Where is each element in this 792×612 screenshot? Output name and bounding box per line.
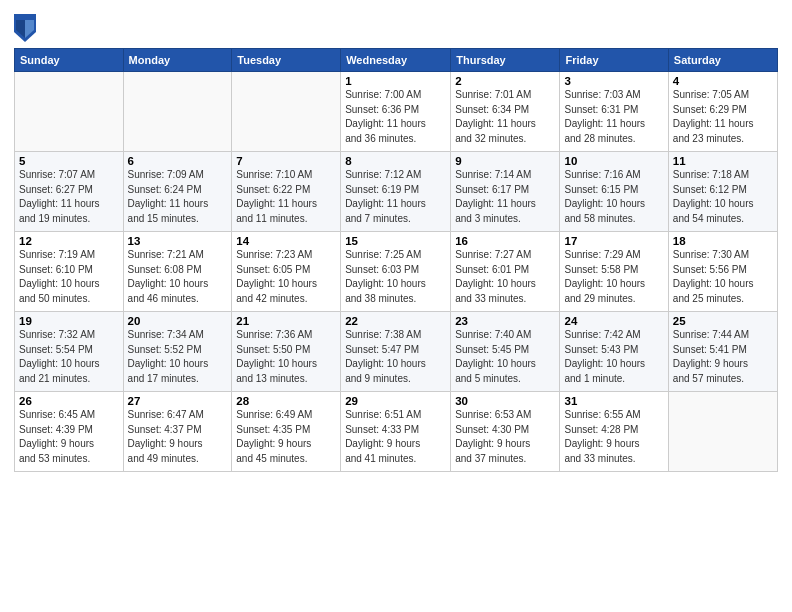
day-info: Sunrise: 7:32 AM Sunset: 5:54 PM Dayligh… (19, 328, 119, 386)
day-info: Sunrise: 7:10 AM Sunset: 6:22 PM Dayligh… (236, 168, 336, 226)
day-info: Sunrise: 6:47 AM Sunset: 4:37 PM Dayligh… (128, 408, 228, 466)
day-info: Sunrise: 7:00 AM Sunset: 6:36 PM Dayligh… (345, 88, 446, 146)
day-number: 31 (564, 395, 663, 407)
calendar-cell (15, 72, 124, 152)
calendar-cell (232, 72, 341, 152)
calendar-cell: 28Sunrise: 6:49 AM Sunset: 4:35 PM Dayli… (232, 392, 341, 472)
day-info: Sunrise: 7:27 AM Sunset: 6:01 PM Dayligh… (455, 248, 555, 306)
calendar-cell: 26Sunrise: 6:45 AM Sunset: 4:39 PM Dayli… (15, 392, 124, 472)
logo (14, 14, 38, 42)
day-number: 4 (673, 75, 773, 87)
calendar-cell: 24Sunrise: 7:42 AM Sunset: 5:43 PM Dayli… (560, 312, 668, 392)
day-info: Sunrise: 7:19 AM Sunset: 6:10 PM Dayligh… (19, 248, 119, 306)
logo-icon (14, 14, 36, 42)
weekday-header-thursday: Thursday (451, 49, 560, 72)
day-number: 15 (345, 235, 446, 247)
calendar-cell: 15Sunrise: 7:25 AM Sunset: 6:03 PM Dayli… (341, 232, 451, 312)
header (14, 10, 778, 42)
calendar-cell: 17Sunrise: 7:29 AM Sunset: 5:58 PM Dayli… (560, 232, 668, 312)
day-info: Sunrise: 7:18 AM Sunset: 6:12 PM Dayligh… (673, 168, 773, 226)
day-info: Sunrise: 6:53 AM Sunset: 4:30 PM Dayligh… (455, 408, 555, 466)
day-number: 28 (236, 395, 336, 407)
calendar-week-3: 12Sunrise: 7:19 AM Sunset: 6:10 PM Dayli… (15, 232, 778, 312)
calendar-cell: 23Sunrise: 7:40 AM Sunset: 5:45 PM Dayli… (451, 312, 560, 392)
calendar-cell: 29Sunrise: 6:51 AM Sunset: 4:33 PM Dayli… (341, 392, 451, 472)
calendar-cell: 8Sunrise: 7:12 AM Sunset: 6:19 PM Daylig… (341, 152, 451, 232)
day-number: 29 (345, 395, 446, 407)
day-info: Sunrise: 7:34 AM Sunset: 5:52 PM Dayligh… (128, 328, 228, 386)
day-info: Sunrise: 7:23 AM Sunset: 6:05 PM Dayligh… (236, 248, 336, 306)
day-number: 9 (455, 155, 555, 167)
day-info: Sunrise: 7:42 AM Sunset: 5:43 PM Dayligh… (564, 328, 663, 386)
day-number: 30 (455, 395, 555, 407)
calendar-header-row: SundayMondayTuesdayWednesdayThursdayFrid… (15, 49, 778, 72)
day-number: 2 (455, 75, 555, 87)
calendar-cell: 22Sunrise: 7:38 AM Sunset: 5:47 PM Dayli… (341, 312, 451, 392)
day-info: Sunrise: 6:49 AM Sunset: 4:35 PM Dayligh… (236, 408, 336, 466)
day-info: Sunrise: 7:12 AM Sunset: 6:19 PM Dayligh… (345, 168, 446, 226)
page: SundayMondayTuesdayWednesdayThursdayFrid… (0, 0, 792, 612)
calendar-cell (123, 72, 232, 152)
day-number: 7 (236, 155, 336, 167)
day-info: Sunrise: 7:25 AM Sunset: 6:03 PM Dayligh… (345, 248, 446, 306)
day-info: Sunrise: 7:36 AM Sunset: 5:50 PM Dayligh… (236, 328, 336, 386)
day-number: 11 (673, 155, 773, 167)
calendar-cell: 13Sunrise: 7:21 AM Sunset: 6:08 PM Dayli… (123, 232, 232, 312)
calendar-week-5: 26Sunrise: 6:45 AM Sunset: 4:39 PM Dayli… (15, 392, 778, 472)
calendar-cell: 25Sunrise: 7:44 AM Sunset: 5:41 PM Dayli… (668, 312, 777, 392)
day-number: 8 (345, 155, 446, 167)
day-number: 25 (673, 315, 773, 327)
calendar-cell: 10Sunrise: 7:16 AM Sunset: 6:15 PM Dayli… (560, 152, 668, 232)
calendar-cell: 16Sunrise: 7:27 AM Sunset: 6:01 PM Dayli… (451, 232, 560, 312)
day-info: Sunrise: 7:44 AM Sunset: 5:41 PM Dayligh… (673, 328, 773, 386)
day-info: Sunrise: 7:01 AM Sunset: 6:34 PM Dayligh… (455, 88, 555, 146)
calendar-cell: 20Sunrise: 7:34 AM Sunset: 5:52 PM Dayli… (123, 312, 232, 392)
calendar-cell: 7Sunrise: 7:10 AM Sunset: 6:22 PM Daylig… (232, 152, 341, 232)
day-info: Sunrise: 7:21 AM Sunset: 6:08 PM Dayligh… (128, 248, 228, 306)
day-info: Sunrise: 7:29 AM Sunset: 5:58 PM Dayligh… (564, 248, 663, 306)
day-info: Sunrise: 6:45 AM Sunset: 4:39 PM Dayligh… (19, 408, 119, 466)
day-number: 1 (345, 75, 446, 87)
day-info: Sunrise: 7:03 AM Sunset: 6:31 PM Dayligh… (564, 88, 663, 146)
weekday-header-saturday: Saturday (668, 49, 777, 72)
calendar-cell: 2Sunrise: 7:01 AM Sunset: 6:34 PM Daylig… (451, 72, 560, 152)
calendar-cell: 19Sunrise: 7:32 AM Sunset: 5:54 PM Dayli… (15, 312, 124, 392)
calendar-cell: 11Sunrise: 7:18 AM Sunset: 6:12 PM Dayli… (668, 152, 777, 232)
calendar-cell: 21Sunrise: 7:36 AM Sunset: 5:50 PM Dayli… (232, 312, 341, 392)
calendar-table: SundayMondayTuesdayWednesdayThursdayFrid… (14, 48, 778, 472)
day-number: 14 (236, 235, 336, 247)
calendar-week-2: 5Sunrise: 7:07 AM Sunset: 6:27 PM Daylig… (15, 152, 778, 232)
calendar-cell: 18Sunrise: 7:30 AM Sunset: 5:56 PM Dayli… (668, 232, 777, 312)
day-number: 5 (19, 155, 119, 167)
day-info: Sunrise: 6:51 AM Sunset: 4:33 PM Dayligh… (345, 408, 446, 466)
day-info: Sunrise: 7:16 AM Sunset: 6:15 PM Dayligh… (564, 168, 663, 226)
day-number: 17 (564, 235, 663, 247)
day-info: Sunrise: 6:55 AM Sunset: 4:28 PM Dayligh… (564, 408, 663, 466)
day-number: 10 (564, 155, 663, 167)
day-info: Sunrise: 7:40 AM Sunset: 5:45 PM Dayligh… (455, 328, 555, 386)
calendar-cell: 14Sunrise: 7:23 AM Sunset: 6:05 PM Dayli… (232, 232, 341, 312)
day-info: Sunrise: 7:30 AM Sunset: 5:56 PM Dayligh… (673, 248, 773, 306)
day-number: 18 (673, 235, 773, 247)
day-info: Sunrise: 7:05 AM Sunset: 6:29 PM Dayligh… (673, 88, 773, 146)
day-number: 24 (564, 315, 663, 327)
day-number: 21 (236, 315, 336, 327)
calendar-cell: 9Sunrise: 7:14 AM Sunset: 6:17 PM Daylig… (451, 152, 560, 232)
calendar-cell: 12Sunrise: 7:19 AM Sunset: 6:10 PM Dayli… (15, 232, 124, 312)
calendar-week-4: 19Sunrise: 7:32 AM Sunset: 5:54 PM Dayli… (15, 312, 778, 392)
day-number: 12 (19, 235, 119, 247)
weekday-header-sunday: Sunday (15, 49, 124, 72)
day-number: 26 (19, 395, 119, 407)
calendar-cell: 5Sunrise: 7:07 AM Sunset: 6:27 PM Daylig… (15, 152, 124, 232)
calendar-cell: 6Sunrise: 7:09 AM Sunset: 6:24 PM Daylig… (123, 152, 232, 232)
day-number: 13 (128, 235, 228, 247)
weekday-header-friday: Friday (560, 49, 668, 72)
day-number: 20 (128, 315, 228, 327)
day-info: Sunrise: 7:07 AM Sunset: 6:27 PM Dayligh… (19, 168, 119, 226)
day-number: 19 (19, 315, 119, 327)
day-number: 22 (345, 315, 446, 327)
calendar-cell: 4Sunrise: 7:05 AM Sunset: 6:29 PM Daylig… (668, 72, 777, 152)
day-number: 27 (128, 395, 228, 407)
calendar-cell: 3Sunrise: 7:03 AM Sunset: 6:31 PM Daylig… (560, 72, 668, 152)
day-number: 3 (564, 75, 663, 87)
